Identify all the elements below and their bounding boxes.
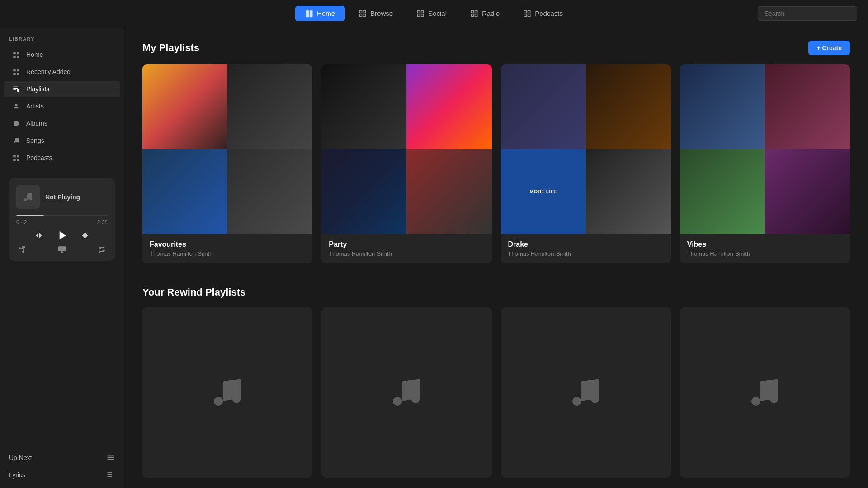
sidebar-home-label: Home [26,51,43,58]
rewind-card-3[interactable] [501,307,671,477]
art-cell [321,149,406,234]
tab-radio[interactable]: Radio [460,6,509,21]
svg-rect-5 [363,10,366,13]
playlist-name: Vibes [687,240,843,249]
player-controls: 0:42 2:38 [16,215,108,253]
library-label: LIBRARY [0,27,124,46]
playlist-art-drake: MORE LIFE [501,64,671,234]
player-info: Not Playing [16,185,108,209]
playlist-info-party: Party Thomas Hamilton-Smith [321,234,491,263]
progress-bar[interactable] [16,215,108,216]
play-icon [55,228,69,243]
playlist-card-favourites[interactable]: Favourites Thomas Hamilton-Smith [142,64,312,263]
play-button[interactable] [55,228,69,243]
art-cell [227,64,312,149]
rewind-music-icon-1 [209,374,245,410]
sidebar-item-albums[interactable]: Albums [4,115,120,131]
time-total: 2:38 [97,219,108,225]
svg-point-42 [29,197,32,200]
repeat-button[interactable] [98,245,106,253]
svg-rect-40 [17,159,19,161]
radio-icon [470,9,478,18]
svg-rect-1 [310,10,313,14]
tab-social[interactable]: Social [406,6,457,21]
playlist-card-vibes[interactable]: Vibes Thomas Hamilton-Smith [680,64,850,263]
tab-radio-label: Radio [482,9,500,17]
svg-rect-11 [421,14,424,16]
section-divider [142,277,850,277]
art-cell [501,64,586,149]
svg-point-56 [769,394,778,403]
progress-fill [16,215,44,216]
svg-point-41 [24,198,27,201]
rewind-card-2[interactable] [321,307,491,477]
rewind-card-4[interactable] [680,307,850,477]
art-cell [321,64,406,149]
playlist-author: Thomas Hamilton-Smith [150,250,305,257]
svg-point-36 [17,141,19,143]
control-buttons [16,228,108,243]
svg-rect-38 [17,155,19,157]
art-cell [765,64,850,149]
rewind-music-icon-2 [388,374,425,410]
sidebar-item-home[interactable]: Home [4,47,120,63]
svg-rect-6 [359,14,362,16]
svg-rect-19 [528,14,530,16]
sidebar-artists-label: Artists [26,103,44,110]
rewind-button[interactable] [34,230,44,240]
svg-rect-16 [524,10,526,13]
up-next-item[interactable]: Up Next [4,449,120,466]
playlist-card-party[interactable]: Party Thomas Hamilton-Smith [321,64,491,263]
svg-rect-21 [17,52,19,54]
create-button-label: + Create [816,44,842,52]
playlists-icon [13,85,20,93]
tab-podcasts[interactable]: Podcasts [513,6,573,21]
sidebar-item-podcasts[interactable]: Podcasts [4,150,120,166]
search-input[interactable] [758,6,857,21]
create-playlist-button[interactable]: + Create [808,41,850,55]
svg-rect-24 [13,69,15,71]
svg-rect-28 [13,87,18,87]
art-cell [586,149,671,234]
svg-point-54 [590,394,599,403]
art-cell [765,149,850,234]
art-cell [680,64,765,149]
tab-home[interactable]: Home [295,6,345,21]
lyrics-label: Lyrics [9,471,25,479]
podcasts-sidebar-icon [13,154,20,161]
svg-point-53 [572,397,581,406]
sidebar-podcasts-label: Podcasts [26,154,52,161]
svg-point-31 [17,89,19,92]
albums-icon [13,120,20,127]
svg-point-55 [751,397,760,406]
svg-rect-30 [13,89,16,90]
art-cell [680,149,765,234]
time-current: 0:42 [16,219,27,225]
music-note-icon [23,192,33,202]
airplay-button[interactable] [58,245,66,253]
playlist-author: Thomas Hamilton-Smith [687,250,843,257]
svg-point-50 [232,394,241,403]
playlist-card-drake[interactable]: MORE LIFE Drake Thomas Hamilton-Smith [501,64,671,263]
sidebar-item-recently-added[interactable]: Recently Added [4,64,120,80]
svg-rect-26 [13,73,15,75]
svg-rect-37 [13,155,15,157]
sidebar-songs-label: Songs [26,137,44,144]
sidebar-item-songs[interactable]: Songs [4,132,120,149]
up-next-label: Up Next [9,454,32,461]
player-thumbnail [16,185,40,209]
rewind-card-1[interactable] [142,307,312,477]
rewind-music-icon-3 [568,374,604,410]
sidebar-albums-label: Albums [26,120,47,127]
my-playlists-grid: Favourites Thomas Hamilton-Smith Party T… [142,64,850,263]
lyrics-item[interactable]: Lyrics [4,466,120,483]
svg-rect-39 [13,159,15,161]
sidebar-item-artists[interactable]: Artists [4,98,120,114]
art-cell [227,149,312,234]
playlist-name: Favourites [150,240,305,249]
forward-button[interactable] [80,230,90,240]
shuffle-button[interactable] [18,245,26,253]
sidebar-item-playlists[interactable]: Playlists [4,81,120,97]
svg-rect-25 [17,69,19,71]
tab-browse[interactable]: Browse [349,6,403,21]
